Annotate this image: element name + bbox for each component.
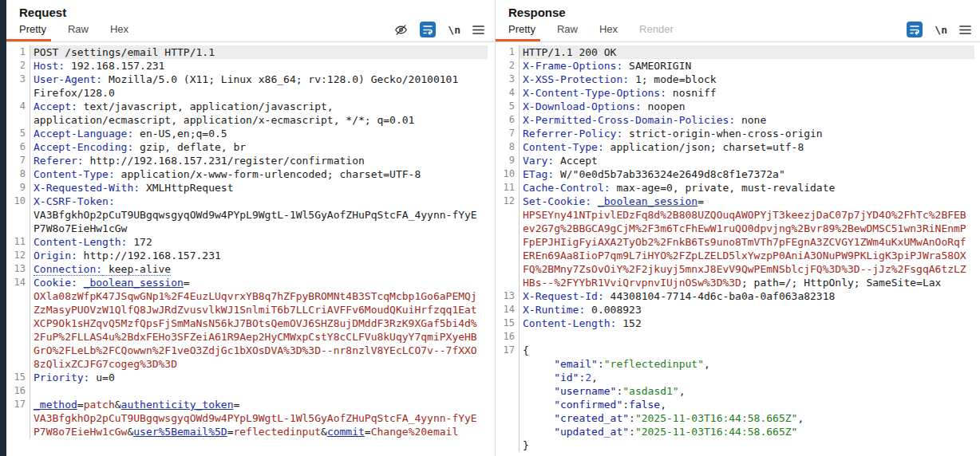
line-number: 3 [6,73,30,100]
editor-line: 13Connection: keep-alive [6,262,494,276]
line-number: 14 [496,303,520,316]
editor-line: "updated_at":"2025-11-03T16:44:58.665Z" [496,425,980,438]
line-number [496,357,520,371]
request-tabs: PrettyRawHex [19,23,150,41]
response-tab-render: Render [639,23,674,41]
editor-line: 3X-XSS-Protection: 1; mode=block [496,73,980,86]
line-number: 15 [496,316,520,330]
left-edge-strip [0,0,6,456]
soft-wrap-button[interactable] [420,22,436,37]
line-number: 13 [6,262,30,276]
editor-line: 2Host: 192.168.157.231 [6,59,494,73]
soft-wrap-icon [422,24,433,35]
request-tab-raw[interactable]: Raw [68,23,89,41]
response-tabbar: PrettyRawHexRender \n [496,21,980,42]
editor-line: 8Content-Type: application/x-www-form-ur… [6,167,494,181]
soft-wrap-icon [909,24,920,35]
editor-line: 14X-Runtime: 0.008923 [496,303,980,316]
response-toolbar: \n [907,22,971,37]
editor-line: "created_at":"2025-11-03T16:44:58.665Z", [496,411,980,425]
line-number: 10 [496,167,520,181]
editor-line: 10ETag: W/"0e0d5b7ab336324e2649d8c8f1e73… [496,167,980,181]
line-number: 13 [496,289,520,303]
line-number [496,411,520,425]
editor-line: 7Referer: http://192.168.157.231/registe… [6,154,494,167]
editor-line: 13X-Request-Id: 44308104-7714-4d6c-ba0a-… [496,289,980,303]
hide-response-button[interactable] [394,23,408,37]
line-number: 8 [496,140,520,154]
line-number: 11 [496,181,520,195]
line-number: 6 [496,113,520,127]
editor-line: 1HTTP/1.1 200 OK [496,45,980,59]
request-tabbar: PrettyRawHex [6,21,494,42]
editor-line: 5Accept-Language: en-US,en;q=0.5 [6,127,494,140]
line-number [496,425,520,438]
response-tab-hex[interactable]: Hex [599,23,618,41]
editor-line: 5X-Download-Options: noopen [496,100,980,113]
editor-line: 12Set-Cookie: _boolean_session=HPSEYny41… [496,195,980,289]
editor-line: 16 [496,330,980,344]
line-number: 9 [496,154,520,167]
line-number [496,384,520,398]
editor-line: "username":"asdasd1", [496,384,980,398]
editor-menu-button[interactable] [959,25,971,35]
editor-menu-button[interactable] [472,25,484,35]
line-number: 12 [496,195,520,289]
newline-toggle-button[interactable]: \n [935,24,947,36]
line-number: 8 [6,167,30,181]
line-number: 5 [6,127,30,140]
request-panel-title: Request [6,0,494,21]
editor-line: 9X-Requested-With: XMLHttpRequest [6,181,494,195]
line-number: 17 [496,344,520,357]
editor-line: 6X-Permitted-Cross-Domain-Policies: none [496,113,980,127]
line-number: 4 [6,100,30,127]
editor-line: "confirmed":false, [496,398,980,411]
request-tab-hex[interactable]: Hex [110,23,128,41]
line-number: 2 [6,59,30,73]
line-number: 7 [496,127,520,140]
editor-line: 15Content-Length: 152 [496,316,980,330]
editor-line: 17_method=patch&authenticity_token=VA3Bf… [6,398,494,438]
editor-line: 14Cookie: _boolean_session=OXla08zWfpK47… [6,276,494,371]
eye-off-icon [394,23,408,37]
editor-line: 3User-Agent: Mozilla/5.0 (X11; Linux x86… [6,73,494,100]
line-number: 5 [496,100,520,113]
editor-line: "email":"reflectedinput", [496,357,980,371]
editor-line: 4X-Content-Type-Options: nosniff [496,86,980,100]
newline-glyph: \n [448,24,460,36]
line-number [496,371,520,384]
line-number: 14 [6,276,30,371]
editor-line: 4Accept: text/javascript, application/ja… [6,100,494,127]
hamburger-menu-icon [959,25,971,35]
editor-line: "id":2, [496,371,980,384]
editor-line: 1POST /settings/email HTTP/1.1 [6,45,494,59]
line-number: 1 [496,45,520,59]
request-editor[interactable]: 1POST /settings/email HTTP/1.12Host: 192… [6,42,494,438]
editor-line: 16 [6,384,494,398]
line-number: 17 [6,398,30,438]
response-tab-pretty[interactable]: Pretty [508,23,535,41]
editor-line: 7Referrer-Policy: strict-origin-when-cro… [496,127,980,140]
line-number: 7 [6,154,30,167]
editor-line: 2X-Frame-Options: SAMEORIGIN [496,59,980,73]
request-tab-pretty[interactable]: Pretty [19,23,46,41]
response-panel-title: Response [496,0,980,21]
line-number: 9 [6,181,30,195]
http-message-viewer: Request PrettyRawHex [0,0,980,456]
line-number: 16 [496,330,520,344]
editor-line: 12Origin: http://192.168.157.231 [6,249,494,262]
line-number: 6 [6,140,30,154]
editor-line: 15Priority: u=0 [6,371,494,384]
soft-wrap-button[interactable] [907,22,923,37]
newline-toggle-button[interactable]: \n [448,24,460,36]
line-number: 16 [6,384,30,398]
editor-line: 11Cache-Control: max-age=0, private, mus… [496,181,980,195]
line-number: 4 [496,86,520,100]
editor-line: 10X-CSRF-Token:VA3BfgkhOp2pCuT9UBgqwsgyq… [6,195,494,235]
editor-line: 17{ [496,344,980,357]
line-number: 10 [6,195,30,235]
line-number: 3 [496,73,520,86]
response-editor[interactable]: 1HTTP/1.1 200 OK2X-Frame-Options: SAMEOR… [496,42,980,452]
response-tab-raw[interactable]: Raw [557,23,578,41]
newline-glyph: \n [935,24,947,36]
